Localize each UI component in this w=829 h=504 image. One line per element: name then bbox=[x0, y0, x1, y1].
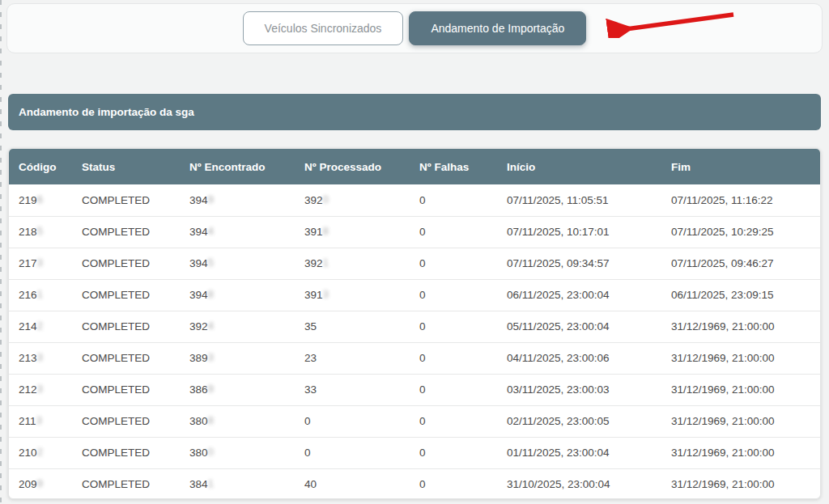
cell-inicio: 07/11/2025, 10:17:01 bbox=[497, 216, 661, 248]
cell-encontrado: 3869 bbox=[180, 374, 295, 405]
smudged-digit: 0 bbox=[323, 193, 329, 205]
smudged-digit: 3 bbox=[208, 351, 214, 363]
cell-status: COMPLETED bbox=[72, 311, 180, 342]
cell-inicio: 31/10/2025, 23:00:04 bbox=[497, 468, 661, 499]
cell-processado: 33 bbox=[295, 374, 410, 405]
smudged-digit: 3 bbox=[323, 288, 329, 300]
smudged-digit: 8 bbox=[208, 414, 214, 426]
smudged-digit: 8 bbox=[208, 288, 214, 300]
table-row: 2173COMPLETED39453921007/11/2025, 09:34:… bbox=[9, 248, 820, 279]
cell-status: COMPLETED bbox=[72, 184, 180, 216]
cell-status: COMPLETED bbox=[72, 437, 180, 468]
smudged-digit: 1 bbox=[323, 256, 329, 269]
smudged-digit: 3 bbox=[36, 414, 42, 426]
cell-codigo: 2099 bbox=[9, 468, 72, 499]
cell-codigo: 2173 bbox=[9, 248, 72, 279]
cell-inicio: 01/11/2025, 23:00:04 bbox=[497, 437, 661, 468]
import-progress-table: CódigoStatusNº EncontradoNº ProcessadoNº… bbox=[9, 149, 820, 499]
smudged-digit: 4 bbox=[208, 225, 214, 237]
column-header-codigo: Código bbox=[9, 149, 72, 184]
cell-processado: 3920 bbox=[295, 184, 410, 216]
smudged-digit: 2 bbox=[37, 320, 43, 332]
cell-status: COMPLETED bbox=[72, 342, 180, 374]
cell-falhas: 0 bbox=[410, 437, 497, 468]
cell-falhas: 0 bbox=[410, 279, 497, 311]
cell-inicio: 06/11/2025, 23:00:04 bbox=[497, 279, 661, 311]
cell-falhas: 0 bbox=[410, 248, 497, 279]
cell-fim: 31/12/1969, 21:00:00 bbox=[661, 342, 820, 374]
smudged-digit: 8 bbox=[323, 225, 329, 237]
smudged-digit: 5 bbox=[208, 256, 214, 269]
cell-fim: 07/11/2025, 09:46:27 bbox=[661, 248, 820, 279]
section-title-bar: Andamento de importação da sga bbox=[8, 94, 821, 130]
smudged-digit: 9 bbox=[208, 193, 214, 205]
cell-falhas: 0 bbox=[410, 216, 497, 248]
cell-inicio: 04/11/2025, 23:00:06 bbox=[497, 342, 661, 374]
smudged-digit: 1 bbox=[37, 288, 43, 300]
table-row: 2113COMPLETED38080002/11/2025, 23:00:053… bbox=[9, 405, 820, 437]
cell-encontrado: 3841 bbox=[180, 468, 295, 499]
smudged-digit: 6 bbox=[37, 193, 43, 205]
cell-codigo: 2142 bbox=[9, 311, 72, 342]
table-row: 2185COMPLETED39443918007/11/2025, 10:17:… bbox=[9, 216, 820, 248]
cell-falhas: 0 bbox=[410, 468, 497, 499]
cell-processado: 40 bbox=[295, 468, 410, 499]
column-header-falhas: Nº Falhas bbox=[410, 149, 497, 184]
smudged-digit: 3 bbox=[37, 351, 43, 363]
smudged-digit: 3 bbox=[37, 383, 43, 395]
cell-encontrado: 3945 bbox=[180, 248, 295, 279]
cell-fim: 06/11/2025, 23:09:15 bbox=[661, 279, 820, 311]
cell-codigo: 2102 bbox=[9, 437, 72, 468]
cell-status: COMPLETED bbox=[72, 374, 180, 405]
cell-processado: 0 bbox=[295, 405, 410, 437]
smudged-digit: 0 bbox=[208, 446, 214, 458]
cell-fim: 31/12/1969, 21:00:00 bbox=[661, 374, 820, 405]
cell-status: COMPLETED bbox=[72, 216, 180, 248]
table-row: 2133COMPLETED389323004/11/2025, 23:00:06… bbox=[9, 342, 820, 374]
cell-inicio: 07/11/2025, 09:34:57 bbox=[497, 248, 661, 279]
table-row: 2102COMPLETED38000001/11/2025, 23:00:043… bbox=[9, 437, 820, 468]
cell-inicio: 07/11/2025, 11:05:51 bbox=[497, 184, 661, 216]
cell-falhas: 0 bbox=[410, 184, 497, 216]
smudged-digit: 1 bbox=[208, 477, 214, 489]
cell-fim: 07/11/2025, 11:16:22 bbox=[661, 184, 820, 216]
tab-andamento-importacao[interactable]: Andamento de Importação bbox=[409, 11, 586, 45]
cell-status: COMPLETED bbox=[72, 405, 180, 437]
cell-falhas: 0 bbox=[410, 374, 497, 405]
cell-fim: 07/11/2025, 10:29:25 bbox=[661, 216, 820, 248]
cell-fim: 31/12/1969, 21:00:00 bbox=[661, 468, 820, 499]
cell-processado: 3918 bbox=[295, 216, 410, 248]
red-arrow-annotation-icon bbox=[589, 9, 740, 38]
column-header-inicio: Início bbox=[497, 149, 661, 184]
column-header-processado: Nº Processado bbox=[295, 149, 410, 184]
table-row: 2196COMPLETED39493920007/11/2025, 11:05:… bbox=[9, 184, 820, 216]
cell-encontrado: 3808 bbox=[180, 405, 295, 437]
cell-processado: 3921 bbox=[295, 248, 410, 279]
column-header-fim: Fim bbox=[661, 149, 820, 184]
import-progress-card: CódigoStatusNº EncontradoNº ProcessadoNº… bbox=[8, 148, 821, 499]
cell-codigo: 2123 bbox=[9, 374, 72, 405]
table-body: 2196COMPLETED39493920007/11/2025, 11:05:… bbox=[9, 184, 820, 499]
smudged-digit: 3 bbox=[37, 256, 43, 269]
cell-encontrado: 3800 bbox=[180, 437, 295, 468]
cell-inicio: 05/11/2025, 23:00:04 bbox=[497, 311, 661, 342]
table-row: 2142COMPLETED392435005/11/2025, 23:00:04… bbox=[9, 311, 820, 342]
smudged-digit: 4 bbox=[208, 320, 214, 332]
cell-codigo: 2113 bbox=[9, 405, 72, 437]
cell-falhas: 0 bbox=[410, 311, 497, 342]
cell-fim: 31/12/1969, 21:00:00 bbox=[661, 437, 820, 468]
tab-veiculos-sincronizados[interactable]: Veículos Sincronizados bbox=[243, 11, 404, 45]
cell-fim: 31/12/1969, 21:00:00 bbox=[661, 311, 820, 342]
cell-status: COMPLETED bbox=[72, 468, 180, 499]
table-row: 2123COMPLETED386933003/11/2025, 23:00:03… bbox=[9, 374, 820, 405]
cell-encontrado: 3944 bbox=[180, 216, 295, 248]
smudged-digit: 2 bbox=[37, 446, 43, 458]
table-row: 2161COMPLETED39483913006/11/2025, 23:00:… bbox=[9, 279, 820, 311]
column-header-status: Status bbox=[72, 149, 180, 184]
section-title: Andamento de importação da sga bbox=[19, 106, 194, 118]
cell-codigo: 2196 bbox=[9, 184, 72, 216]
cell-processado: 3913 bbox=[295, 279, 410, 311]
cell-status: COMPLETED bbox=[72, 279, 180, 311]
cell-inicio: 02/11/2025, 23:00:05 bbox=[497, 405, 661, 437]
cell-processado: 35 bbox=[295, 311, 410, 342]
